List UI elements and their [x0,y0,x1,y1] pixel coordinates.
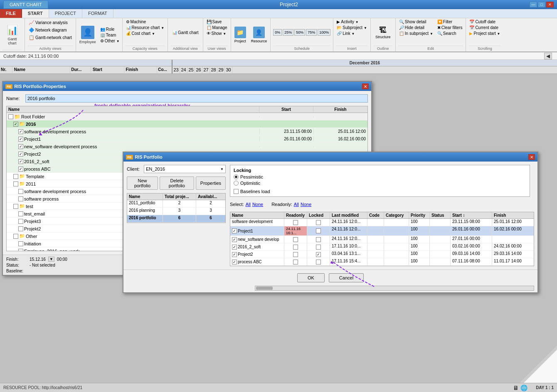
project-btn[interactable]: 📁 Project [233,19,248,51]
employee-checkbox[interactable] [18,249,23,252]
save-btn[interactable]: 💾 Save [206,19,228,24]
detail-cell-2soft-readonly[interactable] [284,243,307,250]
properties-close-btn[interactable]: ✕ [362,83,369,89]
tab-project[interactable]: PROJECT [49,9,82,18]
gantt-chart-btn[interactable]: 📊 Ganttchart [4,19,21,50]
resource-chart-btn[interactable]: 📊 Resource chart ▼ [125,25,165,30]
structure-btn[interactable]: 🏗 Structure [375,26,391,39]
current-date-btn[interactable]: 📅 Current date [468,25,501,30]
tab-start[interactable]: START [22,9,49,18]
template-checkbox[interactable] [13,174,18,179]
activity-btn[interactable]: ▶ Activity ▼ [336,19,368,24]
delete-portfolio-btn[interactable]: Delete portfolio [160,176,194,190]
finish-time-arrow[interactable]: ▼ [48,257,54,262]
tree-row-sw-dev[interactable]: ✓ software development process 23.11.15 … [7,128,367,135]
zoom-100-btn[interactable]: 100% [318,29,330,36]
employee-btn[interactable]: 👤 Employee [78,19,98,51]
sw-proc-checkbox[interactable] [18,196,23,201]
detail-row-project2[interactable]: ✓ Project2 ✓ 03.04.16 13:1... 100 09.03.… [230,251,534,258]
port-row-2011[interactable]: 2011_portfolio 2 2 [127,200,225,208]
2016-checkbox[interactable]: ✓ [13,122,18,127]
optimistic-radio[interactable] [234,181,239,186]
new-portfolio-btn[interactable]: New portfolio [127,176,158,190]
detail-row-new-sw[interactable]: ✓ new_software develop 24.11.16 12:0... … [230,236,534,243]
tab-file[interactable]: FILE [0,9,22,18]
sw-dev-2011-checkbox[interactable] [18,189,23,194]
hide-detail-btn[interactable]: 🔎 Hide detail [398,25,434,30]
close-btn[interactable]: ✕ [546,2,554,7]
new-sw-checkbox[interactable]: ✓ [18,144,23,149]
proj1-checkbox[interactable]: ✓ [18,137,23,142]
detail-row-sw-dev[interactable]: software development 24.11.16 12:0... 10… [230,219,534,226]
in-subproject-btn[interactable]: 📋 In subproject ▼ [398,31,434,36]
machine-btn[interactable]: ⚙ Machine [125,19,165,24]
gantt-chart-dropdown-btn[interactable]: 📊 Gantt chart [170,29,200,36]
port-row-2016-portfolio[interactable]: 2016 portfolio 6 6 [127,215,225,223]
tree-row-root[interactable]: 📁 Root Folder [7,113,367,120]
tab-format[interactable]: FORMAT [82,9,113,18]
pessimistic-row[interactable]: Pessimistic [234,174,526,179]
zoom-75-btn[interactable]: 75% [306,29,317,36]
initiation-checkbox[interactable] [18,241,23,246]
detail-row-2016-2-soft[interactable]: ✓ 2016_2_soft 17.11.16 10:0... 100 03.02… [230,243,534,251]
sw-dev-checkbox[interactable]: ✓ [18,129,23,134]
detail-cell-sw-readonly[interactable] [284,219,307,226]
root-checkbox[interactable] [8,114,13,119]
detail-cell-abc-readonly[interactable] [284,258,307,265]
cost-chart-btn[interactable]: 💰 Cost chart ▼ [125,31,165,36]
nav-left[interactable]: ◀ [544,53,552,59]
baselines-row[interactable]: Baselines load [234,189,526,194]
cutoff-date-btn[interactable]: 📅 Cutoff date [468,19,501,24]
properties-btn[interactable]: Properties [196,176,226,190]
pessimistic-radio[interactable] [234,174,239,179]
test-checkbox[interactable] [13,204,18,209]
other-folder-checkbox[interactable] [13,234,18,239]
zoom-0-btn[interactable]: 0% [273,29,282,36]
2016-2-soft-checkbox[interactable]: ✓ [18,159,23,164]
ok-btn[interactable]: OK [297,273,325,282]
detail-cell-2soft-locked[interactable] [307,243,330,250]
horizontal-scrollbar[interactable] [255,286,534,291]
detail-cell-p1-locked[interactable] [307,226,330,235]
projekt2-checkbox[interactable] [18,226,23,231]
select-none-link[interactable]: None [252,202,263,207]
detail-cell-nsw-locked[interactable] [307,236,330,243]
maximize-btn[interactable]: □ [538,2,545,7]
readonly-all-link[interactable]: All [294,202,299,207]
tab-inactive-gantt[interactable]: GANTT CHART [3,0,48,9]
proc-abc-checkbox[interactable]: ✓ [18,167,23,172]
resource-btn[interactable]: 👤 Resource [249,19,269,51]
project-start-btn[interactable]: ▶ Project start ▼ [468,31,501,36]
readonly-none-link[interactable]: None [301,202,311,207]
detail-cell-sw-locked[interactable] [307,219,330,226]
cancel-btn[interactable]: Cancel [329,273,364,282]
filter-btn[interactable]: 🔽 Filter [436,19,463,24]
test-email-checkbox[interactable] [18,211,23,216]
manage-btn[interactable]: 📋 Manage [206,25,228,30]
zoom-50-btn[interactable]: 50% [294,29,305,36]
zoom-25-btn[interactable]: 25% [283,29,293,36]
select-all-link[interactable]: All [246,202,251,207]
network-diagram-btn[interactable]: 🔷 Network diagram [27,27,73,34]
show-detail-btn[interactable]: 🔍 Show detail [398,19,434,24]
optimistic-row[interactable]: Optimistic [234,181,526,186]
role-btn[interactable]: 👥 Role [99,27,121,32]
projekt3-checkbox[interactable] [18,219,23,224]
baselines-checkbox[interactable] [234,189,239,194]
client-dropdown[interactable]: EN_2016 ▼ [144,165,226,173]
show-btn[interactable]: 👁 Show ▼ [206,31,228,36]
team-btn[interactable]: 🏢 Team [99,32,121,38]
detail-cell-p2-readonly[interactable] [284,251,307,258]
gantt-network-btn[interactable]: 📋 Gantt-network chart [27,34,73,41]
detail-cell-abc-locked[interactable] [307,258,330,265]
detail-cell-nsw-readonly[interactable] [284,236,307,243]
tree-row-new-sw[interactable]: ✓ new_software development process [7,143,367,150]
tree-row-2016[interactable]: ✓ 📁 2016 [7,120,367,128]
port-row-2016-planning[interactable]: 2016 planning 3 3 [127,208,225,215]
other-btn[interactable]: ⚙ Other ▼ [99,38,121,44]
proj2-checkbox[interactable]: ✓ [18,152,23,157]
variance-analysis-btn[interactable]: 📈 Variance analysis [27,19,73,26]
subproject-btn[interactable]: 📂 Subproject ▼ [336,25,368,30]
search-btn[interactable]: 🔍 Search [436,31,463,36]
portfolio-close-btn[interactable]: ✕ [528,154,535,160]
